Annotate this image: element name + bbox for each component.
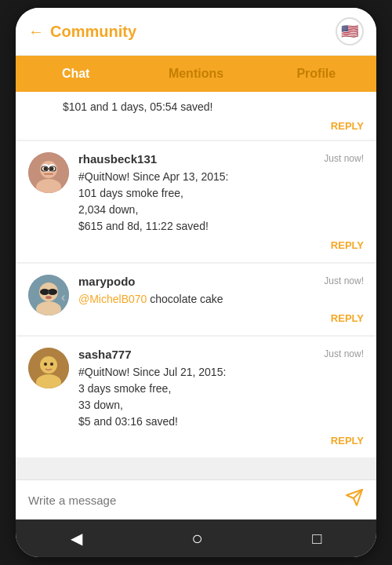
reply-button[interactable]: REPLY <box>78 312 364 324</box>
partial-message-text: $101 and 1 days, 05:54 saved! <box>63 100 364 115</box>
back-button[interactable]: ← <box>28 23 44 41</box>
message-body: rhausbeck131 Just now! #QuitNow! Since A… <box>78 152 364 251</box>
svg-point-22 <box>50 363 53 366</box>
svg-rect-7 <box>44 173 53 175</box>
message-username: sasha777 <box>78 348 132 361</box>
list-item: marypodo Just now! @MichelB070 chocolate… <box>16 264 376 335</box>
partial-message: $101 and 1 days, 05:54 saved! REPLY <box>16 92 376 140</box>
svg-point-17 <box>45 296 52 299</box>
avatar <box>28 152 69 193</box>
svg-point-21 <box>44 363 47 366</box>
send-button[interactable] <box>345 488 364 512</box>
list-item: sasha777 Just now! #QuitNow! Since Jul 2… <box>16 337 376 457</box>
message-timestamp: Just now! <box>324 153 364 164</box>
message-body: marypodo Just now! @MichelB070 chocolate… <box>78 275 364 324</box>
tab-bar: Chat Mentions Profile <box>16 56 376 92</box>
message-body-text: chocolate cake <box>150 293 223 305</box>
svg-point-19 <box>40 356 57 374</box>
list-item: rhausbeck131 Just now! #QuitNow! Since A… <box>16 141 376 262</box>
message-timestamp: Just now! <box>324 275 364 286</box>
tab-mentions[interactable]: Mentions <box>136 56 256 92</box>
message-input-area <box>16 479 376 519</box>
flag-icon[interactable]: 🇺🇸 <box>336 17 364 46</box>
mention-text: @MichelB070 <box>78 293 147 305</box>
recents-nav-button[interactable]: □ <box>312 530 321 548</box>
messages-list: $101 and 1 days, 05:54 saved! REPLY <box>16 92 376 479</box>
tab-profile[interactable]: Profile <box>256 56 376 92</box>
message-username: marypodo <box>78 275 136 288</box>
message-text: @MichelB070 chocolate cake <box>78 291 364 308</box>
page-title: Community <box>50 23 136 41</box>
message-input[interactable] <box>28 494 337 507</box>
reply-button[interactable]: REPLY <box>78 435 364 447</box>
message-text: #QuitNow! Since Jul 21, 2015: 3 days smo… <box>78 364 364 430</box>
message-username: rhausbeck131 <box>78 152 157 166</box>
home-nav-button[interactable]: ○ <box>191 527 203 549</box>
tab-chat[interactable]: Chat <box>16 56 136 92</box>
message-text: #QuitNow! Since Apr 13, 2015: 101 days s… <box>78 169 364 235</box>
avatar <box>28 275 69 315</box>
message-timestamp: Just now! <box>324 348 364 359</box>
reply-button[interactable]: REPLY <box>78 239 364 251</box>
header: ← Community 🇺🇸 <box>16 8 376 56</box>
back-nav-button[interactable]: ◀ <box>71 529 82 548</box>
message-body: sasha777 Just now! #QuitNow! Since Jul 2… <box>78 348 364 447</box>
partial-reply-button[interactable]: REPLY <box>63 120 364 132</box>
avatar <box>28 348 69 388</box>
nav-bar: ◀ ○ □ <box>16 519 376 557</box>
